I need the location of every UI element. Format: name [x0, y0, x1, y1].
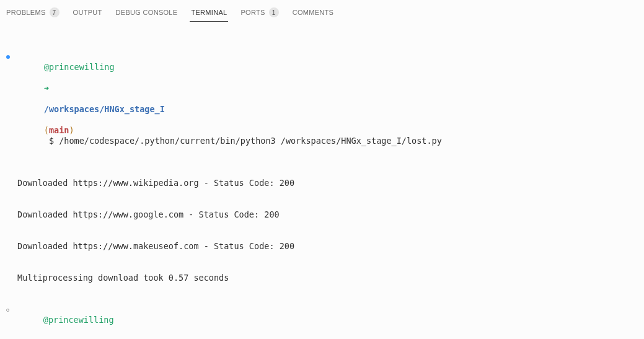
- prompt-paren: (: [44, 125, 49, 135]
- terminal-output: Downloaded https://www.makeuseof.com - S…: [5, 241, 639, 252]
- prompt-path: /workspaces/HNGx_stage_I: [44, 104, 165, 114]
- arrow-icon: ➜: [44, 83, 49, 93]
- prompt-paren: ): [69, 125, 74, 135]
- tab-label: COMMENTS: [293, 9, 334, 16]
- prompt-user: @princewilling: [44, 62, 115, 72]
- tab-debug-console[interactable]: DEBUG CONSOLE: [115, 6, 179, 21]
- tab-terminal[interactable]: TERMINAL: [190, 6, 228, 22]
- prompt-user: @princewilling: [43, 315, 114, 325]
- prompt-dot-icon: [6, 55, 10, 59]
- arrow-icon: ➜: [43, 336, 48, 339]
- panel-tab-bar: PROBLEMS 7 OUTPUT DEBUG CONSOLE TERMINAL…: [0, 0, 644, 23]
- terminal-line: @princewilling ➜ /workspaces/HNGx_stage_…: [5, 51, 639, 157]
- tab-output[interactable]: OUTPUT: [72, 6, 104, 21]
- tab-label: OUTPUT: [73, 9, 102, 16]
- problems-badge: 7: [50, 7, 60, 17]
- tab-label: TERMINAL: [191, 9, 227, 16]
- terminal-output: Multiprocessing download took 0.57 secon…: [5, 273, 639, 283]
- tab-problems[interactable]: PROBLEMS 7: [5, 5, 61, 22]
- prompt-dollar: $: [44, 136, 59, 146]
- tab-label: DEBUG CONSOLE: [116, 9, 178, 16]
- terminal-line: @princewilling ➜ /workspaces/HNGx_stage_…: [5, 304, 639, 339]
- ports-badge: 1: [269, 7, 279, 17]
- tab-label: PROBLEMS: [6, 9, 46, 16]
- terminal-panel[interactable]: @princewilling ➜ /workspaces/HNGx_stage_…: [0, 23, 644, 339]
- prompt-dot-icon: [6, 309, 9, 312]
- tab-label: PORTS: [240, 9, 265, 16]
- terminal-output: Downloaded https://www.google.com - Stat…: [5, 209, 639, 220]
- prompt-branch: main: [49, 125, 69, 135]
- tab-ports[interactable]: PORTS 1: [239, 5, 280, 22]
- tab-comments[interactable]: COMMENTS: [291, 6, 335, 21]
- terminal-output: Downloaded https://www.wikipedia.org - S…: [5, 178, 639, 188]
- command-text: /home/codespace/.python/current/bin/pyth…: [59, 136, 442, 146]
